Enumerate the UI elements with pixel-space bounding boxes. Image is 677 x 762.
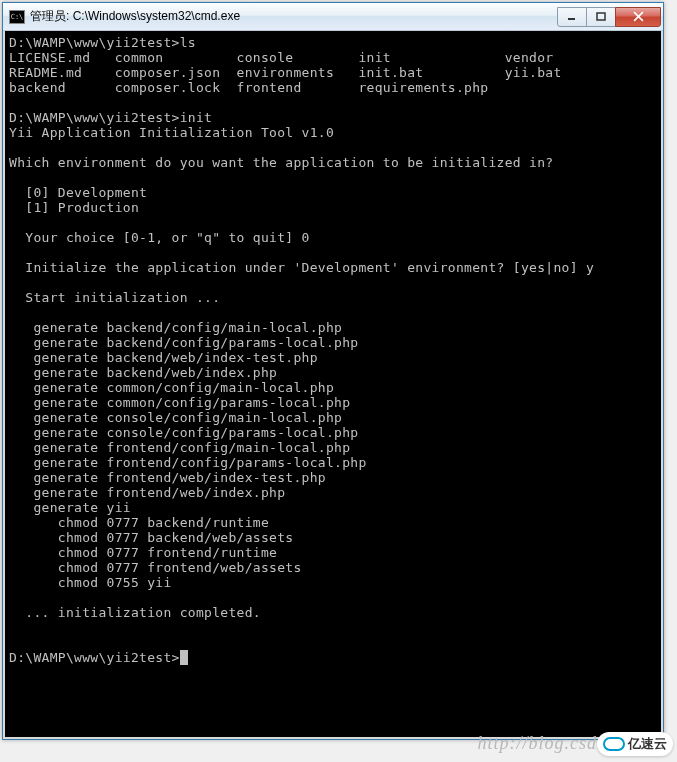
- prompt: D:\WAMP\www\yii2test>: [9, 650, 180, 665]
- close-button[interactable]: [615, 7, 661, 27]
- prompt: D:\WAMP\www\yii2test>: [9, 35, 180, 50]
- cloud-icon: [603, 737, 625, 751]
- start-line: Start initialization ...: [9, 290, 220, 305]
- minimize-button[interactable]: [557, 7, 587, 27]
- env-question: Which environment do you want the applic…: [9, 155, 554, 170]
- tool-header: Yii Application Initialization Tool v1.0: [9, 125, 334, 140]
- completed-line: ... initialization completed.: [9, 605, 261, 620]
- titlebar[interactable]: C:\ 管理员: C:\Windows\system32\cmd.exe: [3, 3, 663, 31]
- logo-badge: 亿速云: [597, 732, 673, 756]
- svg-rect-1: [597, 13, 605, 20]
- maximize-button[interactable]: [586, 7, 616, 27]
- cmd-icon: C:\: [9, 10, 25, 24]
- terminal-output[interactable]: D:\WAMP\www\yii2test>ls LICENSE.md commo…: [3, 31, 663, 739]
- ls-output: LICENSE.md common console init vendor RE…: [9, 50, 562, 95]
- prompt: D:\WAMP\www\yii2test>: [9, 110, 180, 125]
- command: init: [180, 110, 213, 125]
- logo-text: 亿速云: [628, 735, 667, 753]
- env-options: [0] Development [1] Production: [9, 185, 147, 215]
- cursor: [180, 650, 188, 665]
- window-title: 管理员: C:\Windows\system32\cmd.exe: [30, 8, 558, 25]
- window-controls: [558, 7, 661, 27]
- confirm-prompt: Initialize the application under 'Develo…: [9, 260, 594, 275]
- generate-output: generate backend/config/main-local.php g…: [9, 320, 367, 590]
- command: ls: [180, 35, 196, 50]
- choice-prompt: Your choice [0-1, or "q" to quit] 0: [9, 230, 310, 245]
- cmd-window: C:\ 管理员: C:\Windows\system32\cmd.exe D:\…: [2, 2, 664, 740]
